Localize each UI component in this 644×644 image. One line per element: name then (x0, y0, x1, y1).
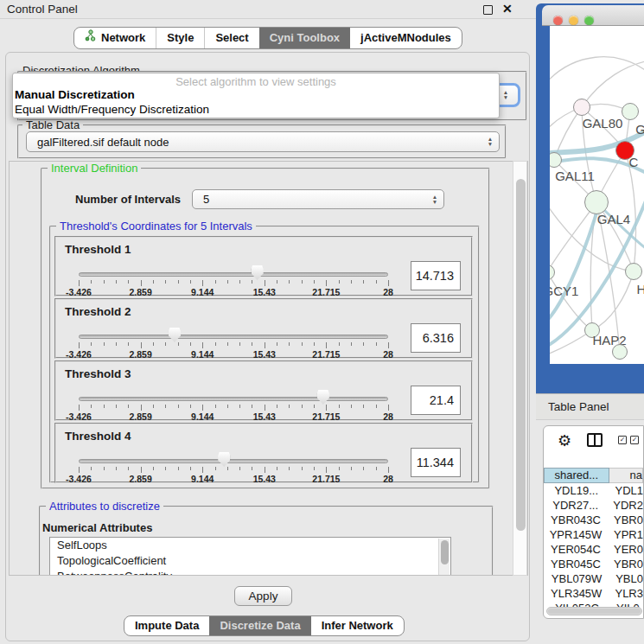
threshold-2-slider-thumb[interactable] (169, 328, 181, 342)
network-window-titlebar[interactable] (542, 5, 644, 26)
tab-jactivemnodules[interactable]: jActiveMNodules (350, 28, 462, 48)
tab-discretize-data[interactable]: Discretize Data (209, 616, 310, 635)
panel-scrollbar-thumb[interactable] (516, 179, 526, 531)
table-data-combobox[interactable]: galFiltered.sif default node ▲▼ (26, 131, 500, 152)
cell-shared-name[interactable]: YDR27... (544, 498, 607, 513)
horizontal-scrollbar[interactable] (546, 607, 642, 615)
cell-shared-name[interactable]: YPR145W (544, 527, 608, 542)
threshold-1-slider-track[interactable] (79, 272, 388, 277)
slider-tick (239, 280, 240, 284)
cell-name[interactable]: YDL1 (609, 483, 643, 498)
table-panel-titlebar: Table Panel (536, 393, 644, 420)
cell-name[interactable]: YBL0 (609, 571, 643, 586)
table-row[interactable]: YDR27...YDR2 (544, 498, 643, 513)
table-row[interactable]: YER054CYER0 (544, 542, 643, 557)
slider-tick (363, 342, 364, 346)
column-header-shared-name[interactable]: shared... (544, 468, 609, 483)
cell-shared-name[interactable]: YBL079W (544, 571, 609, 586)
table-row[interactable]: YDL19...YDL1 (544, 483, 643, 498)
threshold-1-tick-labels: -3.4262.8599.14415.4321.71528 (79, 287, 388, 297)
combo-arrows-icon[interactable]: ▲▼ (497, 90, 514, 100)
threshold-3-slider-track[interactable] (79, 397, 388, 401)
list-item-topologicalcoefficient[interactable]: TopologicalCoefficient (50, 553, 450, 569)
tab-infer-network-label: Infer Network (322, 616, 393, 635)
list-item-selfloops[interactable]: SelfLoops (50, 538, 450, 553)
threshold-2-slider-track[interactable] (79, 335, 388, 339)
slider-tick (190, 405, 191, 408)
threshold-1-value-field[interactable]: 14.713 (411, 261, 461, 290)
slider-tick (339, 280, 340, 284)
table-row[interactable]: YPR145WYPR1 (544, 527, 643, 542)
slider-tick (376, 342, 377, 346)
cell-shared-name[interactable]: YBR045C (544, 557, 608, 571)
combo-arrows-icon[interactable]: ▲▼ (481, 137, 499, 147)
network-node[interactable] (625, 263, 642, 280)
slider-tick (104, 342, 105, 346)
slider-tick (376, 467, 377, 470)
table-row[interactable]: YLR345WYLR3 (544, 586, 643, 601)
slider-tick (153, 467, 154, 470)
column-header-name[interactable]: na (609, 468, 643, 483)
float-window-icon[interactable] (483, 5, 493, 15)
panel-scrollbar[interactable] (513, 161, 527, 576)
threshold-4-slider-track[interactable] (79, 459, 388, 463)
network-node[interactable] (550, 265, 555, 280)
slider-tick-label: 21.715 (312, 287, 340, 297)
number-of-intervals-spinner[interactable]: 5 ▲▼ (192, 189, 444, 209)
checkbox-icon[interactable]: ✓ (618, 436, 627, 444)
cell-name[interactable]: YER0 (608, 542, 643, 557)
table-row[interactable]: YBR045CYBR0 (544, 557, 643, 571)
network-node[interactable] (622, 103, 639, 120)
network-node[interactable] (550, 152, 562, 168)
slider-tick (227, 280, 228, 284)
network-canvas[interactable]: GAL80GACGAL11GAL4GCY1HHAP2 (550, 26, 644, 364)
apply-button[interactable]: Apply (234, 586, 292, 606)
slider-tick (289, 405, 290, 408)
cell-name[interactable]: YBR0 (608, 557, 643, 571)
threshold-4-value-field[interactable]: 11.344 (411, 448, 461, 477)
list-item-betweennesscentrality[interactable]: BetweennessCentrality (50, 569, 450, 576)
list-scrollbar-thumb[interactable] (441, 540, 449, 564)
dropdown-option-manual[interactable]: Manual Discretization (15, 88, 135, 101)
close-panel-icon[interactable]: ✕ (502, 2, 513, 16)
cell-shared-name[interactable]: YBR043C (544, 513, 608, 527)
threshold-4-slider-thumb[interactable] (218, 452, 230, 467)
slider-tick (265, 280, 265, 286)
control-panel-tabs: Network Style Select Cyni Toolbox jActiv… (73, 27, 462, 49)
cell-name[interactable]: YBR0 (608, 513, 643, 527)
numerical-attributes-list[interactable]: SelfLoops TopologicalCoefficient Between… (49, 537, 451, 576)
zoom-button-icon[interactable] (584, 16, 594, 25)
tab-cyni-toolbox[interactable]: Cyni Toolbox (259, 28, 350, 48)
table-row[interactable]: YBL079WYBL0 (544, 571, 643, 586)
table-row[interactable]: YBR043CYBR0 (544, 513, 643, 527)
threshold-3-value-field[interactable]: 21.4 (411, 386, 461, 415)
threshold-2-panel: Threshold 2 -3.4262.8599.14415.4321.7152… (54, 298, 473, 359)
tab-select[interactable]: Select (204, 28, 258, 48)
gear-icon[interactable]: ⚙ (558, 431, 571, 450)
threshold-2-value-field[interactable]: 6.316 (411, 323, 461, 353)
network-node[interactable] (612, 344, 628, 360)
minimize-button-icon[interactable] (569, 16, 578, 25)
network-node[interactable] (573, 99, 590, 116)
close-button-icon[interactable] (553, 16, 563, 25)
slider-tick-label: 9.144 (191, 411, 214, 422)
cell-name[interactable]: YLR3 (609, 586, 643, 601)
split-columns-icon[interactable] (587, 433, 603, 447)
tab-infer-network[interactable]: Infer Network (311, 616, 404, 635)
tab-network[interactable]: Network (74, 28, 156, 48)
cell-shared-name[interactable]: YER054C (544, 542, 608, 557)
dropdown-option-equal-width[interactable]: Equal Width/Frequency Discretization (15, 103, 209, 116)
cell-name[interactable]: YPR1 (608, 527, 643, 542)
cell-shared-name[interactable]: YDL19... (544, 483, 609, 498)
list-scrollbar[interactable] (438, 539, 450, 575)
cell-shared-name[interactable]: YLR345W (544, 586, 609, 601)
horizontal-scrollbar-thumb[interactable] (548, 609, 641, 614)
slider-tick (190, 342, 191, 346)
checkbox-icon[interactable]: ✓ (630, 436, 639, 444)
tab-impute-data[interactable]: Impute Data (124, 616, 209, 635)
cell-name[interactable]: YDR2 (607, 498, 643, 513)
threshold-3-slider-thumb[interactable] (317, 390, 329, 405)
tab-style[interactable]: Style (156, 28, 204, 48)
threshold-1-slider-thumb[interactable] (252, 265, 264, 280)
spinner-arrows-icon[interactable]: ▲▼ (426, 194, 443, 205)
